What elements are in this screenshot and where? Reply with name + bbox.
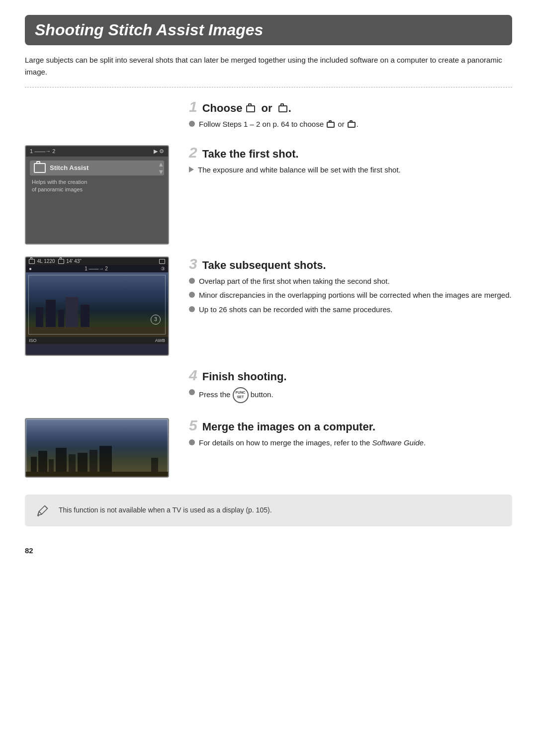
step-4-text: 4 Finish shooting. Press the FUNCSET but… xyxy=(189,368,512,406)
step-5-number: 5 xyxy=(189,418,197,433)
camera-menu-screenshot: 1 ——→ 2 ▶ ⚙ Stitch Assist Helps with the… xyxy=(25,145,169,245)
camera-landscape-screenshot: 4L 1220 14' 43" ● 1 ——→ 2 ③ xyxy=(25,256,169,356)
cam-step-indicator: 1 ——→ 2 xyxy=(30,148,55,154)
step-5-heading-label: Merge the images on a computer. xyxy=(202,420,375,433)
step-2-row: 1 ——→ 2 ▶ ⚙ Stitch Assist Helps with the… xyxy=(25,145,512,245)
step-2-bullet-1: The exposure and white balance will be s… xyxy=(189,165,512,176)
step-1-or-label: or xyxy=(262,102,272,114)
cam-lock-icon: ● xyxy=(29,266,32,271)
step-1-text: 1 Choose or . Follow Steps 1 – 2 on p. 6… xyxy=(189,99,512,133)
cam-bottom-left: ISO xyxy=(29,338,37,343)
step-1-heading-label: Choose or . xyxy=(202,102,291,115)
step-1-bullet-1-text: Follow Steps 1 – 2 on p. 64 to choose or… xyxy=(199,119,358,130)
step-4-bullet-1-text: Press the FUNCSET button. xyxy=(199,387,273,403)
cam-status-right xyxy=(159,258,165,264)
func-set-button-icon: FUNCSET xyxy=(233,387,249,403)
step-4-heading-label: Finish shooting. xyxy=(202,370,287,383)
step-3-heading: 3 Take subsequent shots. xyxy=(189,256,512,272)
step-4-number: 4 xyxy=(189,368,197,383)
step-3-bullet-3: Up to 26 shots can be recorded with the … xyxy=(189,304,512,316)
cam-bottom-bar: ISO AWB xyxy=(26,337,168,344)
step-1-row: 1 Choose or . Follow Steps 1 – 2 on p. 6… xyxy=(25,99,512,133)
step-3-text: 3 Take subsequent shots. Overlap part of… xyxy=(189,256,512,319)
bullet-circle-icon xyxy=(189,306,195,312)
page-title: Shooting Stitch Assist Images xyxy=(35,21,502,39)
cam-menu-desc: Helps with the creation of panoramic ima… xyxy=(30,178,164,194)
step-4-heading: 4 Finish shooting. xyxy=(189,368,512,383)
cam-num-icon: ③ xyxy=(161,266,165,271)
cam-status-row2: ● 1 ——→ 2 ③ xyxy=(26,265,168,272)
software-guide-ref: Software Guide xyxy=(372,438,424,447)
step-4-bullets: Press the FUNCSET button. xyxy=(189,387,512,403)
content-area: 1 Choose or . Follow Steps 1 – 2 on p. 6… xyxy=(25,99,512,490)
cam-bottom-right: AWB xyxy=(155,338,165,343)
step-3-bullet-1: Overlap part of the first shot when taki… xyxy=(189,276,512,287)
step-5-bullet-1-text: For details on how to merge the images, … xyxy=(199,437,426,449)
step-5-text: 5 Merge the images on a computer. For de… xyxy=(189,418,512,452)
step-3-row: 4L 1220 14' 43" ● 1 ——→ 2 ③ xyxy=(25,256,512,356)
step-3-bullet-1-text: Overlap part of the first shot when taki… xyxy=(199,276,390,287)
step-5-row: 5 Merge the images on a computer. For de… xyxy=(25,418,512,478)
step-5-heading: 5 Merge the images on a computer. xyxy=(189,418,512,433)
step-3-image: 4L 1220 14' 43" ● 1 ——→ 2 ③ xyxy=(25,256,179,356)
step-2-bullets: The exposure and white balance will be s… xyxy=(189,165,512,176)
step-5-bullets: For details on how to merge the images, … xyxy=(189,437,512,449)
cam-menu-item-label: Stitch Assist xyxy=(50,164,89,171)
step-3-number: 3 xyxy=(189,256,197,271)
note-pencil-icon xyxy=(34,502,52,519)
cam-selected-item: Stitch Assist xyxy=(30,161,164,175)
bullet-circle-icon xyxy=(189,439,195,445)
step-1-bullets: Follow Steps 1 – 2 on p. 64 to choose or… xyxy=(189,119,512,130)
note-text: This function is not available when a TV… xyxy=(59,505,272,515)
cam-status-bar: 4L 1220 14' 43" xyxy=(26,257,168,265)
cam-status-mid: 14' 43" xyxy=(58,258,82,264)
intro-text: Large subjects can be split into several… xyxy=(25,54,512,78)
bullet-circle-icon xyxy=(189,389,195,395)
step-4-row: 4 Finish shooting. Press the FUNCSET but… xyxy=(25,368,512,406)
step-2-heading-label: Take the first shot. xyxy=(202,148,299,161)
step-2-bullet-1-text: The exposure and white balance will be s… xyxy=(198,165,401,176)
cam-top-bar: 1 ——→ 2 ▶ ⚙ xyxy=(26,146,168,157)
cam-top-icons: ▶ ⚙ xyxy=(154,148,164,155)
panoramic-screenshot xyxy=(25,418,169,478)
cam-arrows: ▲▼ xyxy=(158,161,164,175)
step-5-bullet-1: For details on how to merge the images, … xyxy=(189,437,512,449)
step-2-text: 2 Take the first shot. The exposure and … xyxy=(189,145,512,179)
bullet-circle-icon xyxy=(189,278,195,284)
bullet-icon xyxy=(189,121,195,127)
step-5-image xyxy=(25,418,179,478)
step-1-heading: 1 Choose or . xyxy=(189,99,512,115)
step-2-image: 1 ——→ 2 ▶ ⚙ Stitch Assist Helps with the… xyxy=(25,145,179,245)
step-3-bullet-3-text: Up to 26 shots can be recorded with the … xyxy=(199,304,392,316)
step-3-bullet-2: Minor discrepancies in the overlapping p… xyxy=(189,290,512,301)
step-2-heading: 2 Take the first shot. xyxy=(189,145,512,161)
svg-point-0 xyxy=(38,515,39,516)
cam-status-left: 4L 1220 xyxy=(29,258,55,264)
step-3-heading-label: Take subsequent shots. xyxy=(202,259,326,272)
bullet-triangle-icon xyxy=(189,167,194,172)
step-3-bullet-2-text: Minor discrepancies in the overlapping p… xyxy=(199,290,512,301)
note-box: This function is not available when a TV… xyxy=(25,495,512,526)
step-4-bullet-1: Press the FUNCSET button. xyxy=(189,387,512,403)
bullet-circle-icon xyxy=(189,292,195,298)
page-title-box: Shooting Stitch Assist Images xyxy=(25,15,512,45)
cam-landscape-body: 3 xyxy=(26,272,168,337)
step-1-number: 1 xyxy=(189,99,197,114)
page-number: 82 xyxy=(25,546,512,555)
step-3-bullets: Overlap part of the first shot when taki… xyxy=(189,276,512,316)
section-divider xyxy=(25,87,512,87)
cam-progress: 1 ——→ 2 xyxy=(85,266,108,271)
step-1-bullet-1: Follow Steps 1 – 2 on p. 64 to choose or… xyxy=(189,119,512,130)
step-2-number: 2 xyxy=(189,145,197,160)
